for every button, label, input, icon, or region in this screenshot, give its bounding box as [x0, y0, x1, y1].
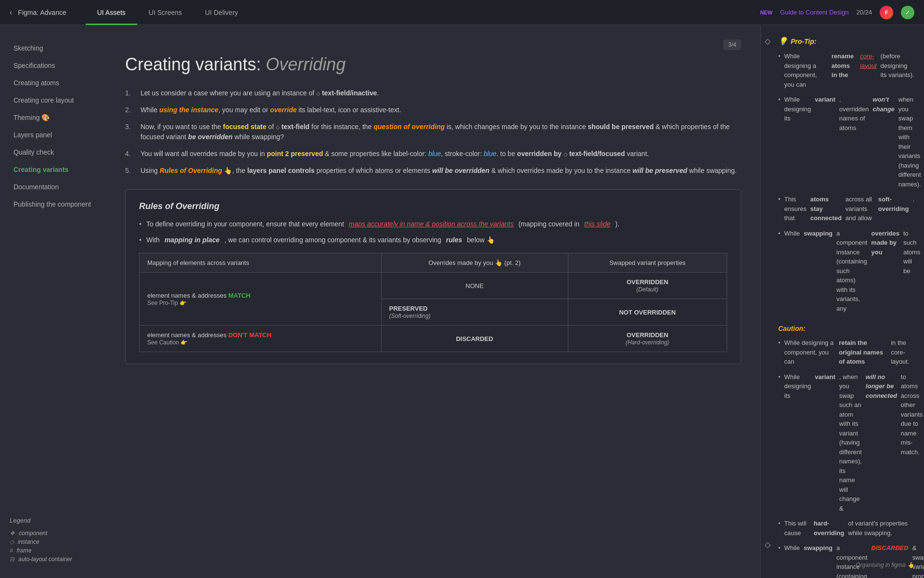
sidebar-item-layers[interactable]: Layers panel — [10, 126, 96, 144]
legend-item-frame: # frame — [10, 546, 96, 555]
diamond-nav-bottom[interactable]: ◇ — [765, 540, 770, 549]
list-item: While using the instance, you may edit o… — [125, 105, 741, 115]
bottom-right-text: Organising in figma 👆 — [856, 562, 914, 568]
table-header-overrides: Overrides made by you 👆 (pt. 2) — [381, 253, 568, 273]
tip-list-item: While swapping a component instance (con… — [778, 229, 914, 314]
right-panel: ◇ 💡 Pro-Tip: While designing a component… — [760, 25, 924, 578]
table-cell-not-overridden: NOT OVERRIDDEN — [568, 299, 727, 326]
sidebar: Sketching Specifications Creating atoms … — [0, 25, 106, 578]
legend-item-component: ❖ component — [10, 529, 96, 538]
tab-ui-delivery[interactable]: UI Delivery — [193, 0, 249, 25]
main-content: 3/4 Creating variants: Overriding Let us… — [106, 25, 760, 578]
component-icon: ❖ — [10, 530, 15, 537]
sidebar-item-specifications[interactable]: Specifications — [10, 57, 96, 74]
legend-item-autolayout: ⊟ auto-layout container — [10, 555, 96, 564]
table-header-swapped: Swapped variant properties — [568, 253, 727, 273]
rules-box-title: Rules of Overriding — [139, 201, 727, 211]
sidebar-item-creating-atoms[interactable]: Creating atoms — [10, 74, 96, 92]
pro-tip-list: While designing a component, you can ren… — [778, 52, 914, 313]
caution-list-item: While designing its variant, when you sw… — [778, 372, 914, 513]
rules-box: Rules of Overriding To define overriding… — [125, 189, 741, 364]
legend: Legend ❖ component ◇ instance # frame ⊟ … — [10, 507, 96, 564]
legend-item-instance: ◇ instance — [10, 538, 96, 546]
autolayout-icon: ⊟ — [10, 556, 14, 563]
caution-list-item: While designing a component, you can ret… — [778, 338, 914, 367]
caution-section: Caution: While designing a component, yo… — [778, 325, 914, 578]
tip-list-item: This ensures that atoms stay connected a… — [778, 195, 914, 223]
instance-icon: ◇ — [10, 539, 14, 545]
top-navigation: ‹ Figma: Advance UI Assets UI Screens UI… — [0, 0, 924, 25]
table-header-mapping: Mapping of elements across variants — [140, 253, 382, 273]
legend-label-component: component — [19, 530, 47, 537]
sidebar-item-sketching[interactable]: Sketching — [10, 39, 96, 57]
course-title: Figma: Advance — [18, 9, 66, 16]
list-item: Let us consider a case where you are usi… — [125, 88, 741, 98]
title-italic: Overriding — [266, 54, 346, 74]
rules-list-item: With mapping in place, we can control ov… — [139, 235, 727, 245]
table-cell-overridden-hard: OVERRIDDEN(Hard-overriding) — [568, 326, 727, 352]
pro-tip-title: 💡 Pro-Tip: — [778, 37, 914, 46]
diamond-nav-top[interactable]: ◇ — [765, 37, 770, 46]
table-cell-none: NONE — [381, 273, 568, 299]
page-title: Creating variants: Overriding — [125, 54, 741, 75]
sidebar-item-documentation[interactable]: Documentation — [10, 178, 96, 196]
table-cell-overridden-default: OVERRIDDEN(Default) — [568, 273, 727, 299]
legend-label-autolayout: auto-layout container — [18, 556, 72, 563]
table-cell-match-label: element names & addresses MATCH See Pro-… — [140, 273, 382, 326]
frame-icon: # — [10, 547, 13, 554]
table-cell-discarded: DISCARDED — [381, 326, 568, 352]
slide-badge: 3/4 — [723, 39, 741, 50]
slide-count: 20/24 — [856, 9, 872, 16]
table-row: element names & addresses DON'T MATCH Se… — [140, 326, 727, 352]
guide-link[interactable]: Guide to Content Design — [780, 9, 848, 16]
nav-right: NEW Guide to Content Design 20/24 F ✓ — [760, 6, 914, 19]
legend-label-frame: frame — [17, 547, 32, 554]
tip-list-item: While designing a component, you can ren… — [778, 52, 914, 89]
mapping-table: Mapping of elements across variants Over… — [139, 253, 727, 352]
caution-list-item: While swapping a component instance (con… — [778, 543, 914, 578]
title-plain: Creating variants: — [125, 54, 266, 74]
legend-label-instance: instance — [18, 539, 39, 545]
caution-title: Caution: — [778, 325, 914, 332]
main-layout: Sketching Specifications Creating atoms … — [0, 25, 924, 578]
numbered-list: Let us consider a case where you are usi… — [125, 88, 741, 176]
tab-ui-screens[interactable]: UI Screens — [137, 0, 193, 25]
legend-title: Legend — [10, 517, 96, 524]
tip-list-item: While designing its variant, overridden … — [778, 95, 914, 189]
sidebar-item-publishing[interactable]: Publishing the component — [10, 196, 96, 213]
avatar-check: ✓ — [901, 6, 914, 19]
table-cell-dont-match-label: element names & addresses DON'T MATCH Se… — [140, 326, 382, 352]
back-button[interactable]: ‹ — [10, 8, 12, 17]
table-row: element names & addresses MATCH See Pro-… — [140, 273, 727, 299]
list-item: Now, if you want to use the focused stat… — [125, 122, 741, 142]
caution-list: While designing a component, you can ret… — [778, 338, 914, 578]
new-badge: NEW — [760, 10, 772, 15]
sidebar-item-quality[interactable]: Quality check — [10, 144, 96, 161]
tab-ui-assets[interactable]: UI Assets — [86, 0, 137, 25]
caution-list-item: This will cause hard-overriding of varia… — [778, 519, 914, 538]
pro-tip-icon: 💡 — [778, 37, 788, 46]
list-item: You will want all overrides made by you … — [125, 149, 741, 159]
list-item: Using Rules of Overriding 👆, the layers … — [125, 166, 741, 176]
nav-tabs: UI Assets UI Screens UI Delivery — [86, 0, 250, 25]
sidebar-item-theming[interactable]: Theming 🎨 — [10, 109, 96, 126]
avatar-figma: F — [880, 6, 893, 19]
sidebar-item-core-layout[interactable]: Creating core layout — [10, 92, 96, 109]
pro-tip-section: 💡 Pro-Tip: While designing a component, … — [778, 37, 914, 313]
rules-list: To define overriding in your component, … — [139, 219, 727, 245]
table-cell-preserved: PRESERVED(Soft-overriding) — [381, 299, 568, 326]
sidebar-item-variants[interactable]: Creating variants — [10, 161, 96, 178]
rules-list-item: To define overriding in your component, … — [139, 219, 727, 229]
